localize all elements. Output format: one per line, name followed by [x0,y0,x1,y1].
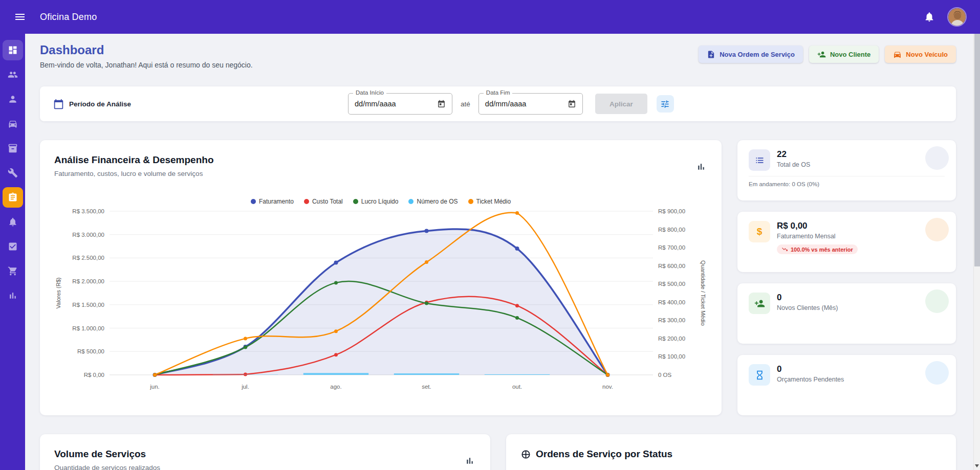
trending-down-icon [781,246,788,253]
list-icon [749,149,770,171]
calendar-icon [53,99,64,109]
sidebar-item-clients[interactable] [3,64,23,85]
svg-text:R$ 200,00: R$ 200,00 [658,335,685,342]
sidebar-item-alerts[interactable] [3,212,23,232]
top-app-bar: Oficina Demo [0,0,980,34]
legend-label: Número de OS [417,198,458,205]
legend-label: Ticket Médio [476,198,511,205]
note-add-icon [707,50,715,59]
status-card: Ordens de Serviço por Status [506,434,956,470]
legend-dot [468,199,473,204]
tune-filter-button[interactable] [657,95,674,113]
status-title: Ordens de Serviço por Status [536,449,672,460]
date-start-label: Data Início [353,89,386,96]
finance-chart-title: Análise Financeira & Desempenho [54,154,707,166]
stat-value: R$ 0,00 [777,221,858,231]
svg-text:R$ 900,00: R$ 900,00 [658,208,685,214]
sidebar-item-inventory[interactable] [3,138,23,159]
svg-text:R$ 3.000,00: R$ 3.000,00 [72,232,104,238]
wrench-icon [8,168,18,178]
svg-text:jun.: jun. [149,384,160,390]
svg-text:set.: set. [422,384,431,390]
sidebar-item-approvals[interactable] [3,236,23,257]
clipboard-icon [8,192,18,203]
legend-item-lucro-l-quido[interactable]: Lucro Líquido [353,198,399,205]
page-title: Dashboard [40,42,253,58]
date-start-input[interactable]: Data Início dd/mm/aaaa [348,93,452,115]
filter-title: Período de Análise [69,100,131,108]
cart-icon [8,266,18,276]
sidebar-item-dashboard[interactable] [3,40,23,60]
finance-chart-subtitle: Faturamento, custos, lucro e volume de s… [54,170,707,177]
chart-type-icon[interactable] [696,162,706,173]
chart-type-icon[interactable] [465,456,475,467]
scrollbar-thumb[interactable] [974,34,980,266]
inventory-icon [8,143,18,153]
apply-button[interactable]: Aplicar [595,94,647,114]
legend-dot [353,199,358,204]
scroll-down-arrow-icon[interactable] [974,463,980,469]
calendar-picker-icon[interactable] [437,100,446,108]
legend-item-faturamento[interactable]: Faturamento [251,198,294,205]
trend-badge: 100.0% vs mês anterior [777,244,858,254]
bar-chart-icon [696,162,706,172]
legend-item-ticket-m-dio[interactable]: Ticket Médio [468,198,511,205]
sidebar-item-service-orders[interactable] [3,187,23,208]
new-order-button[interactable]: Nova Ordem de Serviço [699,46,803,63]
topbar-actions [924,7,969,27]
svg-text:R$ 400,00: R$ 400,00 [658,299,685,305]
svg-text:R$ 500,00: R$ 500,00 [77,348,104,354]
stat-label: Total de OS [777,161,810,168]
svg-text:R$ 2.500,00: R$ 2.500,00 [72,255,104,261]
stat-label: Faturamento Mensal [777,233,858,240]
sidebar-item-vehicles[interactable] [3,114,23,134]
calendar-picker-icon[interactable] [568,100,576,108]
analysis-period-card: Período de Análise Data Início dd/mm/aaa… [40,86,956,121]
welcome-text: Bem-vindo de volta, Jonathan! Aqui está … [40,61,253,69]
sidebar-item-purchases[interactable] [3,261,23,281]
notifications-bell-icon[interactable] [924,11,935,23]
avatar[interactable] [947,7,967,27]
finance-chart-canvas[interactable]: R$ 0,00R$ 500,00R$ 1.000,00R$ 1.500,00R$… [54,206,707,396]
dashboard-icon [8,45,18,55]
legend-dot [251,199,256,204]
hourglass-icon [749,364,770,386]
sidebar-item-reports[interactable] [3,285,23,306]
new-client-button[interactable]: Novo Cliente [809,46,879,63]
stat-card-total-os: 22 Total de OS Em andamento: 0 OS (0%) [737,140,956,200]
until-text: até [461,100,470,108]
stats-column: 22 Total de OS Em andamento: 0 OS (0%) $… [737,140,956,415]
svg-text:R$ 3.500,00: R$ 3.500,00 [72,208,104,214]
tune-icon [660,99,670,109]
new-vehicle-button[interactable]: Novo Veículo [885,46,956,63]
chart-legend: FaturamentoCusto TotalLucro LíquidoNúmer… [54,198,707,205]
svg-text:Valores (R$): Valores (R$) [55,278,61,309]
date-start-value: dd/mm/aaaa [355,100,437,108]
svg-text:R$ 1.000,00: R$ 1.000,00 [72,325,104,331]
stat-card-pending-quotes: 0 Orçamentos Pendentes [737,355,956,415]
sidebar-nav [0,34,25,470]
stat-card-new-clients: 0 Novos Clientes (Mês) [737,283,956,344]
date-end-value: dd/mm/aaaa [485,100,568,108]
svg-text:R$ 700,00: R$ 700,00 [658,244,685,251]
person-add-icon [749,293,770,314]
stat-footer: Em andamento: 0 OS (0%) [749,176,945,187]
legend-item-n-mero-de-os[interactable]: Número de OS [408,198,458,205]
legend-label: Custo Total [312,198,343,205]
svg-text:out.: out. [512,384,522,390]
svg-text:R$ 500,00: R$ 500,00 [658,281,685,287]
volume-card: Volume de Serviços Quantidade de serviço… [40,434,490,470]
car-icon [893,50,902,59]
sidebar-item-team[interactable] [3,89,23,109]
page-scrollbar[interactable] [973,34,980,470]
svg-text:nov.: nov. [602,384,613,390]
donut-chart-icon [520,449,531,460]
date-end-input[interactable]: Data Fim dd/mm/aaaa [478,93,583,115]
svg-text:ago.: ago. [330,384,341,390]
legend-item-custo-total[interactable]: Custo Total [304,198,343,205]
svg-text:R$ 300,00: R$ 300,00 [658,317,685,323]
app-title: Oficina Demo [40,12,97,23]
sidebar-item-services[interactable] [3,163,23,183]
menu-icon[interactable] [11,8,29,26]
legend-dot [408,199,413,204]
